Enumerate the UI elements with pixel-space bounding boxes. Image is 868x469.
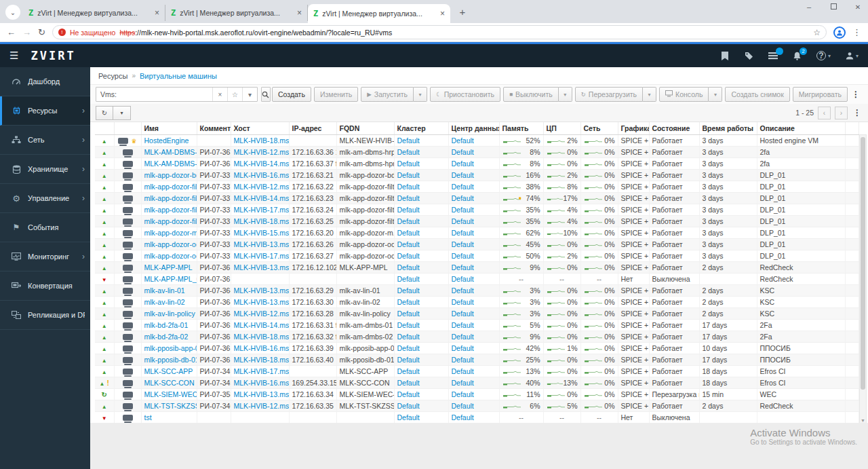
refresh-interval-caret[interactable]: ▾ <box>113 106 131 120</box>
vm-name-link[interactable]: mlk-app-dozor-bd_0 <box>144 171 197 179</box>
vm-host-link[interactable]: MLK-HVIB-16.msk.ae <box>234 379 290 387</box>
toolbar-kebab-icon[interactable]: ⋮ <box>849 90 863 99</box>
window-close-icon[interactable] <box>853 3 863 11</box>
search-input[interactable] <box>121 88 212 100</box>
edit-button[interactable]: Изменить <box>314 87 358 102</box>
browser-tab-1[interactable]: ZzVirt | Менеджер виртуализа...× <box>23 5 165 21</box>
browser-menu-icon[interactable]: ⋮ <box>852 27 861 37</box>
vm-name-link[interactable]: MLK-TST-SKZSS_01 <box>144 402 197 410</box>
vm-table-row[interactable]: ▲MLK-AM-DBMS-HPR-РИ-07-3638MLK-HVIB-14.m… <box>95 157 859 169</box>
vm-host-link[interactable]: MLK-HVIB-13.msk.ae <box>234 240 290 248</box>
vm-name-link[interactable]: MLK-APP-MPL <box>144 263 193 271</box>
sidebar-item-storage[interactable]: Хранилище› <box>0 155 90 184</box>
prev-page-button[interactable]: ‹ <box>818 107 831 119</box>
vm-datacenter-link[interactable]: Default <box>452 286 474 295</box>
browser-tab-3[interactable]: ZzVirt | Менеджер виртуализа...× <box>308 4 450 23</box>
run-button[interactable]: ▶Запустить <box>361 87 414 102</box>
vm-name-link[interactable]: mlk-av-lin-02 <box>144 298 185 306</box>
vm-cluster-link[interactable]: Default <box>397 321 420 329</box>
vm-cluster-link[interactable]: Default <box>397 356 420 364</box>
breadcrumb-current[interactable]: Виртуальные машины <box>140 72 217 80</box>
vm-name-link[interactable]: mlk-app-dozor-ocr2_ <box>144 252 197 260</box>
browser-tab-2[interactable]: ZzVirt | Менеджер виртуализа...× <box>165 5 308 21</box>
vm-datacenter-link[interactable]: Default <box>452 194 474 202</box>
bell-icon[interactable]: 2 <box>793 52 802 60</box>
vm-host-link[interactable]: MLK-HVIB-12.msk.ae <box>234 402 290 410</box>
vm-name-link[interactable]: HostedEngine <box>144 136 189 145</box>
vm-name-link[interactable]: tst <box>144 413 152 421</box>
vm-host-link[interactable]: MLK-HVIB-18.msk.ae <box>234 136 290 145</box>
vm-host-link[interactable]: MLK-HVIB-13.msk.ae <box>234 286 290 295</box>
window-maximize-icon[interactable] <box>831 3 837 10</box>
reboot-caret-button[interactable]: ▾ <box>643 87 656 102</box>
tasks-icon[interactable] <box>768 52 778 60</box>
vm-table-row[interactable]: ▲mlk-pposib-app-01РИ-07-3614MLK-HVIB-16.… <box>95 342 859 354</box>
address-bar[interactable]: ! Не защищено https://mlk-new-hvib-porta… <box>52 25 827 39</box>
vm-name-link[interactable]: MLK-AM-DBMS-HPR- <box>144 148 197 156</box>
tab-search-icon[interactable]: ⌄ <box>5 5 20 20</box>
sidebar-item-monitoring[interactable]: Мониторинг› <box>0 242 90 271</box>
window-minimize-icon[interactable] <box>804 3 814 11</box>
vm-table-row[interactable]: ▲mlk-app-dozor-ocr1_РИ-07-3375MLK-HVIB-1… <box>95 238 859 250</box>
user-icon[interactable]: ▾ <box>846 52 859 60</box>
browser-profile-icon[interactable] <box>833 26 846 39</box>
vm-host-link[interactable]: MLK-HVIB-18.msk.ae <box>234 217 290 225</box>
vm-datacenter-link[interactable]: Default <box>452 160 474 168</box>
vm-cluster-link[interactable]: Default <box>397 390 420 398</box>
vm-host-link[interactable]: MLK-HVIB-14.msk.ae <box>234 321 290 329</box>
vm-name-link[interactable]: mlk-pposib-db-01 <box>144 356 197 364</box>
vm-table-row[interactable]: ▲mlk-bd-2fa-01РИ-07-3638MLK-HVIB-14.msk.… <box>95 319 859 331</box>
vm-datacenter-link[interactable]: Default <box>452 136 474 145</box>
vm-table-row[interactable]: ▲mlk-app-dozor-mainРИ-07-3375MLK-HVIB-15… <box>95 227 859 238</box>
column-header-10[interactable]: Память <box>499 122 543 134</box>
help-icon[interactable]: ?▾ <box>816 51 831 60</box>
vm-cluster-link[interactable]: Default <box>397 171 420 179</box>
vm-table-row[interactable]: ▲mlk-av-lin-01РИ-07-3644MLK-HVIB-13.msk.… <box>95 284 859 296</box>
vm-name-link[interactable]: MLK-SCC-APP <box>144 367 193 375</box>
vm-table-row[interactable]: ▲MLK-SCC-APPРИ-07-3457MLK-HVIB-17.msk.ae… <box>95 365 859 377</box>
vm-datacenter-link[interactable]: Default <box>452 309 474 318</box>
column-header-3[interactable]: Имя <box>141 122 197 134</box>
vm-table-row[interactable]: ▲mlk-av-lin-policyРИ-07-3644MLK-HVIB-12.… <box>95 307 859 319</box>
vm-datacenter-link[interactable]: Default <box>452 229 474 237</box>
vm-host-link[interactable]: MLK-HVIB-17.msk.ae <box>234 367 290 375</box>
vm-cluster-link[interactable]: Default <box>397 148 420 156</box>
vm-host-link[interactable]: MLK-HVIB-13.msk.ae <box>234 390 290 398</box>
vm-datacenter-link[interactable]: Default <box>452 367 474 375</box>
tab-close-icon[interactable]: × <box>440 9 445 18</box>
new-tab-button[interactable]: + <box>454 3 471 20</box>
vm-cluster-link[interactable]: Default <box>397 379 420 387</box>
hamburger-menu-icon[interactable]: ☰ <box>9 50 18 62</box>
breadcrumb-root[interactable]: Ресурсы <box>98 72 127 80</box>
vm-table-row[interactable]: ▲mlk-app-dozor-filter6РИ-07-3375MLK-HVIB… <box>95 215 859 227</box>
vm-name-link[interactable]: mlk-app-dozor-filter5 <box>144 206 197 214</box>
tag-icon[interactable] <box>744 52 753 60</box>
vm-name-link[interactable]: mlk-app-dozor-main <box>144 229 197 237</box>
vm-table-row[interactable]: ▲mlk-app-dozor-filter1РИ-07-3375MLK-HVIB… <box>95 181 859 192</box>
vm-name-link[interactable]: mlk-app-dozor-filter6 <box>144 217 197 225</box>
vm-name-link[interactable]: MLK-SIEM-WEC-01 <box>144 390 197 398</box>
run-caret-button[interactable]: ▾ <box>414 87 427 102</box>
vm-name-link[interactable]: mlk-app-dozor-filter1 <box>144 183 197 191</box>
vm-table-row[interactable]: ▲!MLK-SCC-CONРИ-07-3457MLK-HVIB-16.msk.a… <box>95 377 859 388</box>
vm-cluster-link[interactable]: Default <box>397 136 420 145</box>
vm-host-link[interactable]: MLK-HVIB-12.msk.ae <box>234 148 290 156</box>
sidebar-item-resources[interactable]: Ресурсы› <box>0 96 90 126</box>
column-header-6[interactable]: IP-адрес <box>289 122 336 134</box>
vm-name-link[interactable]: mlk-app-dozor-ocr1_ <box>144 240 197 248</box>
scrollbar-thumb[interactable] <box>861 137 865 390</box>
vm-cluster-link[interactable]: Default <box>397 309 420 318</box>
suspend-button[interactable]: ☾Приостановить <box>430 87 500 102</box>
tab-close-icon[interactable]: × <box>155 8 159 18</box>
vm-datacenter-link[interactable]: Default <box>452 148 474 156</box>
vm-cluster-link[interactable]: Default <box>397 402 420 410</box>
search-dropdown-icon[interactable]: ▾ <box>242 88 257 101</box>
vm-datacenter-link[interactable]: Default <box>452 402 474 410</box>
vm-table-row[interactable]: ▲mlk-pposib-db-01РИ-07-3614MLK-HVIB-18.m… <box>95 354 859 365</box>
vm-host-link[interactable]: MLK-HVIB-17.msk.ae <box>234 206 290 214</box>
vm-table-row[interactable]: ▲MLK-TST-SKZSS_01РИ-07-3467MLK-HVIB-12.m… <box>95 400 859 411</box>
vm-datacenter-link[interactable]: Default <box>452 206 474 214</box>
column-header-13[interactable]: Графика <box>618 122 649 134</box>
vm-cluster-link[interactable]: Default <box>397 240 420 248</box>
shutdown-caret-button[interactable]: ▾ <box>559 87 572 102</box>
